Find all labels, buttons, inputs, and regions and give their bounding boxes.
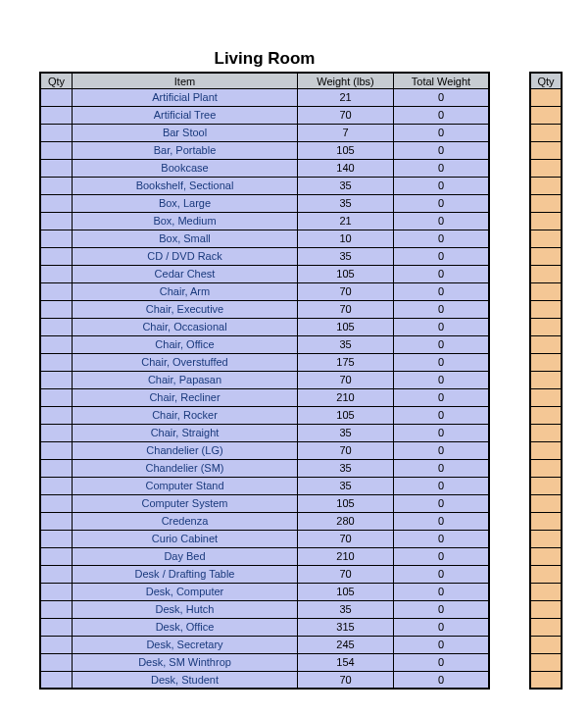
cell-qty-secondary[interactable] bbox=[529, 354, 563, 372]
cell-qty[interactable] bbox=[39, 513, 73, 531]
cell-qty[interactable] bbox=[39, 266, 73, 283]
cell-qty-secondary[interactable] bbox=[529, 513, 563, 531]
cell-qty[interactable] bbox=[39, 584, 73, 601]
cell-qty-secondary[interactable] bbox=[529, 566, 563, 584]
cell-qty[interactable] bbox=[39, 531, 73, 548]
cell-item[interactable]: Bar Stool bbox=[73, 125, 298, 142]
cell-item[interactable]: Bookshelf, Sectional bbox=[73, 178, 298, 195]
cell-item[interactable]: Box, Large bbox=[73, 195, 298, 213]
cell-qty[interactable] bbox=[39, 230, 73, 248]
cell-qty-secondary[interactable] bbox=[529, 178, 563, 195]
cell-qty[interactable] bbox=[39, 336, 73, 354]
cell-qty[interactable] bbox=[39, 425, 73, 442]
cell-item[interactable]: Desk, Office bbox=[73, 619, 298, 637]
cell-qty-secondary[interactable] bbox=[529, 283, 563, 301]
cell-qty[interactable] bbox=[39, 354, 73, 372]
cell-qty[interactable] bbox=[39, 89, 73, 107]
cell-item[interactable]: Chair, Arm bbox=[73, 283, 298, 301]
cell-item[interactable]: Chandelier (LG) bbox=[73, 442, 298, 460]
cell-item[interactable]: Chair, Executive bbox=[73, 301, 298, 319]
cell-qty-secondary[interactable] bbox=[529, 425, 563, 442]
cell-qty[interactable] bbox=[39, 283, 73, 301]
cell-item[interactable]: Credenza bbox=[73, 513, 298, 531]
cell-item[interactable]: Box, Small bbox=[73, 230, 298, 248]
cell-qty[interactable] bbox=[39, 495, 73, 513]
cell-item[interactable]: Chair, Occasional bbox=[73, 319, 298, 336]
cell-qty-secondary[interactable] bbox=[529, 230, 563, 248]
cell-qty-secondary[interactable] bbox=[529, 672, 563, 690]
cell-item[interactable]: Chandelier (SM) bbox=[73, 460, 298, 478]
cell-qty[interactable] bbox=[39, 637, 73, 654]
cell-item[interactable]: Desk, Student bbox=[73, 672, 298, 690]
cell-qty-secondary[interactable] bbox=[529, 142, 563, 160]
cell-qty-secondary[interactable] bbox=[529, 654, 563, 672]
cell-qty[interactable] bbox=[39, 107, 73, 125]
cell-item[interactable]: Chair, Straight bbox=[73, 425, 298, 442]
cell-qty[interactable] bbox=[39, 654, 73, 672]
cell-item[interactable]: Cedar Chest bbox=[73, 266, 298, 283]
cell-item[interactable]: Bookcase bbox=[73, 160, 298, 178]
cell-qty[interactable] bbox=[39, 389, 73, 407]
cell-item[interactable]: Chair, Recliner bbox=[73, 389, 298, 407]
cell-item[interactable]: Desk, Computer bbox=[73, 584, 298, 601]
cell-item[interactable]: Chair, Rocker bbox=[73, 407, 298, 425]
cell-item[interactable]: Desk, Hutch bbox=[73, 601, 298, 619]
cell-qty[interactable] bbox=[39, 125, 73, 142]
cell-qty-secondary[interactable] bbox=[529, 619, 563, 637]
cell-qty-secondary[interactable] bbox=[529, 548, 563, 566]
cell-qty[interactable] bbox=[39, 407, 73, 425]
cell-qty[interactable] bbox=[39, 442, 73, 460]
cell-qty-secondary[interactable] bbox=[529, 107, 563, 125]
cell-item[interactable]: Chair, Overstuffed bbox=[73, 354, 298, 372]
cell-qty[interactable] bbox=[39, 372, 73, 389]
cell-qty[interactable] bbox=[39, 478, 73, 495]
cell-qty[interactable] bbox=[39, 248, 73, 266]
cell-qty-secondary[interactable] bbox=[529, 266, 563, 283]
cell-qty[interactable] bbox=[39, 178, 73, 195]
cell-item[interactable]: Bar, Portable bbox=[73, 142, 298, 160]
cell-qty[interactable] bbox=[39, 319, 73, 336]
cell-qty-secondary[interactable] bbox=[529, 495, 563, 513]
cell-qty-secondary[interactable] bbox=[529, 248, 563, 266]
cell-qty[interactable] bbox=[39, 460, 73, 478]
cell-qty-secondary[interactable] bbox=[529, 319, 563, 336]
cell-qty-secondary[interactable] bbox=[529, 195, 563, 213]
cell-qty[interactable] bbox=[39, 566, 73, 584]
cell-item[interactable]: Desk / Drafting Table bbox=[73, 566, 298, 584]
cell-item[interactable]: Computer System bbox=[73, 495, 298, 513]
cell-qty-secondary[interactable] bbox=[529, 301, 563, 319]
cell-qty-secondary[interactable] bbox=[529, 372, 563, 389]
cell-item[interactable]: CD / DVD Rack bbox=[73, 248, 298, 266]
cell-qty[interactable] bbox=[39, 601, 73, 619]
cell-qty-secondary[interactable] bbox=[529, 478, 563, 495]
cell-qty-secondary[interactable] bbox=[529, 531, 563, 548]
cell-qty-secondary[interactable] bbox=[529, 213, 563, 230]
cell-item[interactable]: Artificial Tree bbox=[73, 107, 298, 125]
cell-qty-secondary[interactable] bbox=[529, 407, 563, 425]
cell-item[interactable]: Chair, Office bbox=[73, 336, 298, 354]
cell-item[interactable]: Chair, Papasan bbox=[73, 372, 298, 389]
cell-qty-secondary[interactable] bbox=[529, 89, 563, 107]
cell-qty[interactable] bbox=[39, 619, 73, 637]
cell-qty-secondary[interactable] bbox=[529, 637, 563, 654]
cell-qty[interactable] bbox=[39, 160, 73, 178]
cell-qty-secondary[interactable] bbox=[529, 160, 563, 178]
cell-item[interactable]: Desk, SM Winthrop bbox=[73, 654, 298, 672]
cell-qty[interactable] bbox=[39, 142, 73, 160]
cell-qty-secondary[interactable] bbox=[529, 125, 563, 142]
cell-qty-secondary[interactable] bbox=[529, 389, 563, 407]
cell-qty[interactable] bbox=[39, 213, 73, 230]
cell-item[interactable]: Curio Cabinet bbox=[73, 531, 298, 548]
cell-qty[interactable] bbox=[39, 548, 73, 566]
cell-item[interactable]: Desk, Secretary bbox=[73, 637, 298, 654]
cell-qty[interactable] bbox=[39, 195, 73, 213]
cell-item[interactable]: Computer Stand bbox=[73, 478, 298, 495]
cell-item[interactable]: Day Bed bbox=[73, 548, 298, 566]
cell-item[interactable]: Box, Medium bbox=[73, 213, 298, 230]
cell-item[interactable]: Artificial Plant bbox=[73, 89, 298, 107]
cell-qty-secondary[interactable] bbox=[529, 601, 563, 619]
cell-qty-secondary[interactable] bbox=[529, 460, 563, 478]
cell-qty[interactable] bbox=[39, 672, 73, 690]
cell-qty-secondary[interactable] bbox=[529, 584, 563, 601]
cell-qty[interactable] bbox=[39, 301, 73, 319]
